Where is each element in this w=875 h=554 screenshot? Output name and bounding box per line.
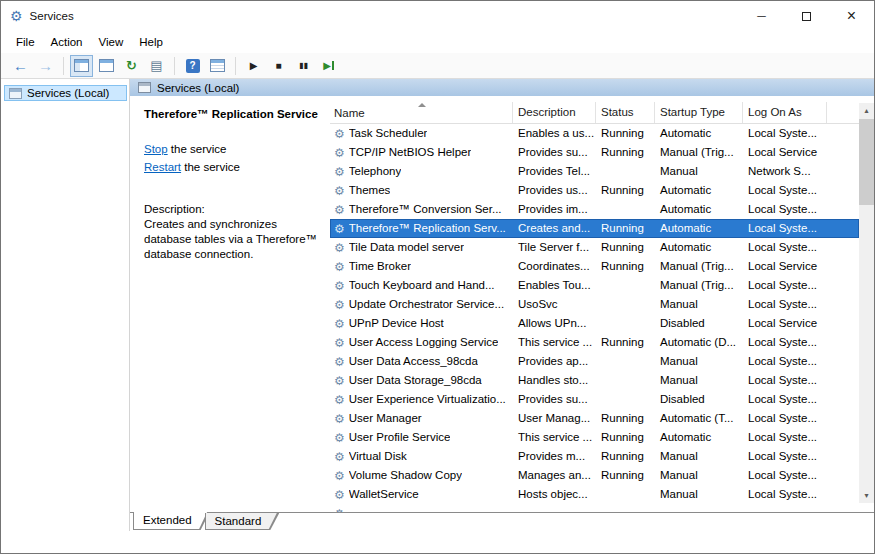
back-button[interactable]: ← [9,55,32,77]
cell-name: ⚙Themes [330,181,513,200]
cell-logon: Local Syste... [743,352,827,371]
cell-startup: Manual [655,447,743,466]
table-row[interactable]: ⚙UPnP Device HostAllows UPn...DisabledLo… [330,314,859,333]
cell-logon: Local Syste... [743,124,827,143]
cell-logon: Local Syste... [743,295,827,314]
extended-detail-panel: Therefore™ Replication Service Stop the … [130,96,330,512]
cell-startup: Disabled [655,314,743,333]
column-header-startup[interactable]: Startup Type [655,102,743,123]
cell-logon: Local Syste... [743,466,827,485]
menu-view[interactable]: View [91,32,132,52]
cell-logon: Local Syste... [743,428,827,447]
table-row[interactable]: ⚙Update Orchestrator Service...UsoSvcMan… [330,295,859,314]
service-gear-icon: ⚙ [334,147,345,159]
window-bottom-strip [1,531,874,553]
refresh-button[interactable]: ↻ [120,55,143,77]
properties-button[interactable] [95,55,118,77]
table-row[interactable]: ⚙Therefore™ Conversion Ser...Provides im… [330,200,859,219]
column-header-logon[interactable]: Log On As [743,102,827,123]
toolbar-separator [174,57,175,75]
cell-startup: Manual [655,371,743,390]
stop-link-suffix: the service [168,143,227,155]
service-gear-icon: ⚙ [334,356,345,368]
menu-help[interactable]: Help [131,32,171,52]
service-gear-icon: ⚙ [334,299,345,311]
services-list: ⚙Task SchedulerEnables a us...RunningAut… [330,124,859,512]
cell-startup: Automatic [655,238,743,257]
services-app-icon: ⚙ [10,9,23,23]
column-header-status[interactable]: Status [596,102,655,123]
stop-service-link[interactable]: Stop [144,143,168,155]
table-row[interactable]: ⚙Time BrokerCoordinates...RunningManual … [330,257,859,276]
table-row[interactable]: ⚙User ManagerUser Manag...RunningAutomat… [330,409,859,428]
result-pane-title: Services (Local) [157,82,239,94]
cell-startup: Automatic [655,181,743,200]
cell-description: This service ... [513,428,596,447]
pause-service-button[interactable]: ▮▮ [292,55,315,77]
pause-service-icon: ▮▮ [299,62,308,70]
table-row[interactable]: ⚙WalletServiceHosts objec...ManualLocal … [330,485,859,504]
service-gear-icon: ⚙ [334,470,345,482]
table-row[interactable]: ⚙ThemesProvides us...RunningAutomaticLoc… [330,181,859,200]
cell-logon: Network S... [743,162,827,181]
table-row[interactable]: ⚙Task SchedulerEnables a us...RunningAut… [330,124,859,143]
table-row[interactable]: ⚙User Access Logging ServiceThis service… [330,333,859,352]
table-row[interactable]: ⚙Virtual DiskProvides m...RunningManualL… [330,447,859,466]
cell-name: ⚙User Data Storage_98cda [330,371,513,390]
cell-name: ⚙User Experience Virtualizatio... [330,390,513,409]
tab-extended[interactable]: Extended [133,512,210,530]
start-service-icon: ▶ [250,61,258,71]
table-row[interactable]: ⚙TelephonyProvides Tel...ManualNetwork S… [330,162,859,181]
table-row[interactable]: ⚙User Data Access_98cdaProvides ap...Man… [330,352,859,371]
close-button[interactable]: × [829,1,874,31]
table-row[interactable]: ⚙User Experience Virtualizatio...Provide… [330,390,859,409]
close-icon: × [847,8,856,24]
scrollbar-thumb[interactable] [859,119,874,205]
restart-service-button[interactable]: ▶ [317,55,340,77]
service-description: Description: Creates and synchronizes da… [144,202,322,262]
vertical-scrollbar[interactable]: ▴ ▾ [859,103,874,503]
stop-service-button[interactable]: ■ [267,55,290,77]
cell-description: Enables Tou... [513,276,596,295]
tree-item-label: Services (Local) [27,87,109,99]
cell-logon: Local Syste... [743,200,827,219]
maximize-button[interactable] [784,1,829,31]
table-row[interactable]: ⚙Touch Keyboard and Hand...Enables Tou..… [330,276,859,295]
table-row[interactable]: ⚙User Profile ServiceThis service ...Run… [330,428,859,447]
cell-status: Running [596,333,655,352]
export-list-button[interactable]: ▤ [145,55,168,77]
column-header-description[interactable]: Description [513,102,596,123]
minimize-button[interactable]: ─ [739,1,784,31]
tab-standard[interactable]: Standard [205,513,280,530]
scroll-up-button[interactable]: ▴ [859,103,874,118]
table-row[interactable]: ⚙Therefore™ Replication Serv...Creates a… [330,219,859,238]
restart-service-link[interactable]: Restart [144,161,181,173]
cell-logon: Local Syste... [743,181,827,200]
cell-description: Enables a us... [513,124,596,143]
show-console-tree-button[interactable] [70,55,93,77]
sort-indicator-icon [418,103,426,107]
cell-name: ⚙User Profile Service [330,428,513,447]
cell-logon: Local Service [743,257,827,276]
start-service-button[interactable]: ▶ [242,55,265,77]
forward-button[interactable]: → [34,55,57,77]
table-row[interactable]: ⚙TCP/IP NetBIOS HelperProvides su...Runn… [330,143,859,162]
service-gear-icon: ⚙ [334,489,345,501]
minimize-icon: ─ [757,10,766,22]
table-row[interactable]: ⚙User Data Storage_98cdaHandles sto...Ma… [330,371,859,390]
help-button[interactable]: ? [181,55,204,77]
cell-name: ⚙Therefore™ Conversion Ser... [330,200,513,219]
properties-icon [99,59,114,72]
scroll-down-button[interactable]: ▾ [859,488,874,503]
table-row[interactable]: ⚙Volume Shadow CopyManages an...RunningM… [330,466,859,485]
cell-logon: Local Syste... [743,390,827,409]
table-row[interactable]: ⚙Tile Data model serverTile Server f...R… [330,238,859,257]
tree-item-services-local[interactable]: Services (Local) [4,85,127,101]
menu-action[interactable]: Action [43,32,91,52]
cell-logon: Local Syste... [743,409,827,428]
cell-description: Provides ap... [513,352,596,371]
service-action-links: Stop the service Restart the service [144,140,320,176]
cell-logon: Local Syste... [743,276,827,295]
menu-file[interactable]: File [8,32,43,52]
properties-window-button[interactable] [206,55,229,77]
